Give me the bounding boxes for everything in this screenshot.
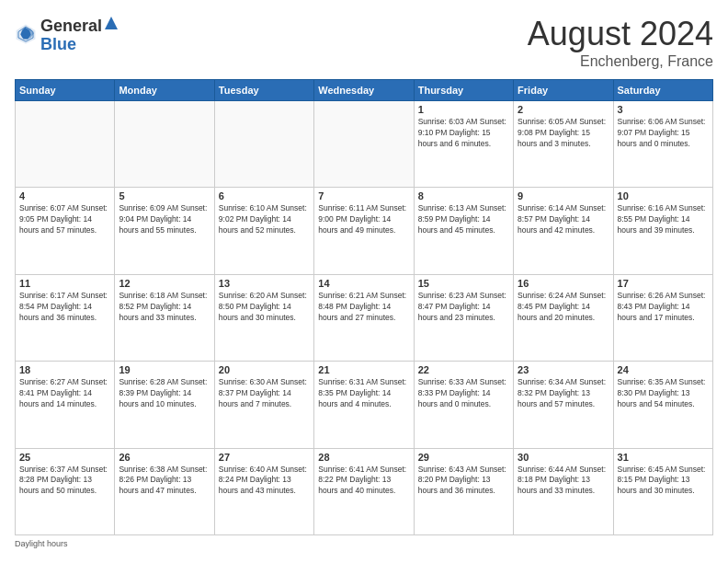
day-number: 31 [618,452,709,463]
weekday-header-sunday: Sunday [16,80,115,101]
calendar-cell: 10Sunrise: 6:16 AM Sunset: 8:55 PM Dayli… [613,188,712,274]
calendar-cell: 21Sunrise: 6:31 AM Sunset: 8:35 PM Dayli… [314,362,414,448]
weekday-header-saturday: Saturday [613,80,712,101]
day-info: Sunrise: 6:45 AM Sunset: 8:15 PM Dayligh… [618,465,709,498]
day-info: Sunrise: 6:30 AM Sunset: 8:37 PM Dayligh… [219,377,310,410]
logo-icon [15,23,37,45]
day-info: Sunrise: 6:43 AM Sunset: 8:20 PM Dayligh… [418,465,509,498]
calendar-cell: 14Sunrise: 6:21 AM Sunset: 8:48 PM Dayli… [314,274,414,361]
calendar-cell [16,101,115,188]
day-info: Sunrise: 6:10 AM Sunset: 9:02 PM Dayligh… [219,203,310,236]
calendar-cell: 13Sunrise: 6:20 AM Sunset: 8:50 PM Dayli… [214,274,313,361]
day-info: Sunrise: 6:44 AM Sunset: 8:18 PM Dayligh… [518,465,609,498]
calendar-cell: 9Sunrise: 6:14 AM Sunset: 8:57 PM Daylig… [514,188,613,274]
day-number: 18 [19,364,110,375]
day-number: 3 [618,104,709,115]
day-number: 21 [318,364,409,375]
weekday-header-friday: Friday [514,80,613,101]
calendar-cell [115,101,214,188]
calendar-cell: 7Sunrise: 6:11 AM Sunset: 9:00 PM Daylig… [314,188,414,274]
day-info: Sunrise: 6:11 AM Sunset: 9:00 PM Dayligh… [318,203,409,236]
day-info: Sunrise: 6:07 AM Sunset: 9:05 PM Dayligh… [19,203,110,236]
day-info: Sunrise: 6:18 AM Sunset: 8:52 PM Dayligh… [119,291,210,324]
day-info: Sunrise: 6:06 AM Sunset: 9:07 PM Dayligh… [618,117,709,150]
calendar-cell: 4Sunrise: 6:07 AM Sunset: 9:05 PM Daylig… [16,188,115,274]
calendar-cell: 26Sunrise: 6:38 AM Sunset: 8:26 PM Dayli… [115,448,214,534]
day-info: Sunrise: 6:35 AM Sunset: 8:30 PM Dayligh… [618,377,709,410]
logo-text-block: General Blue [40,15,120,54]
calendar-cell: 15Sunrise: 6:23 AM Sunset: 8:47 PM Dayli… [414,274,513,361]
calendar-cell: 19Sunrise: 6:28 AM Sunset: 8:39 PM Dayli… [115,362,214,448]
day-number: 14 [318,278,409,289]
day-number: 5 [119,190,210,201]
calendar-cell: 8Sunrise: 6:13 AM Sunset: 8:59 PM Daylig… [414,188,513,274]
calendar-header-row: SundayMondayTuesdayWednesdayThursdayFrid… [16,80,713,101]
day-info: Sunrise: 6:40 AM Sunset: 8:24 PM Dayligh… [219,465,310,498]
svg-marker-3 [105,17,118,29]
day-info: Sunrise: 6:21 AM Sunset: 8:48 PM Dayligh… [318,291,409,324]
day-number: 27 [219,452,310,463]
calendar-cell: 28Sunrise: 6:41 AM Sunset: 8:22 PM Dayli… [314,448,414,534]
calendar-cell: 3Sunrise: 6:06 AM Sunset: 9:07 PM Daylig… [613,101,712,188]
day-number: 20 [219,364,310,375]
logo: General Blue [15,15,120,54]
calendar-cell: 25Sunrise: 6:37 AM Sunset: 8:28 PM Dayli… [16,448,115,534]
calendar-table: SundayMondayTuesdayWednesdayThursdayFrid… [15,79,713,535]
page: General Blue August 2024 Enchenberg, Fra… [0,0,728,563]
day-info: Sunrise: 6:38 AM Sunset: 8:26 PM Dayligh… [119,465,210,498]
day-info: Sunrise: 6:16 AM Sunset: 8:55 PM Dayligh… [618,203,709,236]
weekday-header-thursday: Thursday [414,80,513,101]
location-title: Enchenberg, France [528,53,713,70]
logo-general: General [40,17,102,36]
day-info: Sunrise: 6:05 AM Sunset: 9:08 PM Dayligh… [518,117,609,150]
day-number: 22 [418,364,509,375]
calendar-cell [314,101,414,188]
calendar-week-1: 1Sunrise: 6:03 AM Sunset: 9:10 PM Daylig… [16,101,713,188]
day-number: 2 [518,104,609,115]
logo-blue: Blue [40,35,76,53]
day-number: 19 [119,364,210,375]
calendar-cell: 22Sunrise: 6:33 AM Sunset: 8:33 PM Dayli… [414,362,513,448]
calendar-cell: 24Sunrise: 6:35 AM Sunset: 8:30 PM Dayli… [613,362,712,448]
title-block: August 2024 Enchenberg, France [528,15,713,70]
day-number: 16 [518,278,609,289]
weekday-header-tuesday: Tuesday [214,80,313,101]
day-number: 7 [318,190,409,201]
day-number: 8 [418,190,509,201]
day-info: Sunrise: 6:20 AM Sunset: 8:50 PM Dayligh… [219,291,310,324]
calendar-cell: 29Sunrise: 6:43 AM Sunset: 8:20 PM Dayli… [414,448,513,534]
day-number: 23 [518,364,609,375]
day-number: 9 [518,190,609,201]
day-info: Sunrise: 6:26 AM Sunset: 8:43 PM Dayligh… [618,291,709,324]
calendar-cell: 18Sunrise: 6:27 AM Sunset: 8:41 PM Dayli… [16,362,115,448]
calendar-cell: 30Sunrise: 6:44 AM Sunset: 8:18 PM Dayli… [514,448,613,534]
day-number: 13 [219,278,310,289]
calendar-cell: 1Sunrise: 6:03 AM Sunset: 9:10 PM Daylig… [414,101,513,188]
day-number: 29 [418,452,509,463]
day-info: Sunrise: 6:33 AM Sunset: 8:33 PM Dayligh… [418,377,509,410]
day-info: Sunrise: 6:37 AM Sunset: 8:28 PM Dayligh… [19,465,110,498]
day-info: Sunrise: 6:31 AM Sunset: 8:35 PM Dayligh… [318,377,409,410]
day-number: 30 [518,452,609,463]
month-title: August 2024 [528,15,713,53]
calendar-cell: 27Sunrise: 6:40 AM Sunset: 8:24 PM Dayli… [214,448,313,534]
calendar-week-3: 11Sunrise: 6:17 AM Sunset: 8:54 PM Dayli… [16,274,713,361]
footer-note: Daylight hours [15,539,713,548]
day-info: Sunrise: 6:14 AM Sunset: 8:57 PM Dayligh… [518,203,609,236]
calendar-cell: 20Sunrise: 6:30 AM Sunset: 8:37 PM Dayli… [214,362,313,448]
day-number: 1 [418,104,509,115]
calendar-week-2: 4Sunrise: 6:07 AM Sunset: 9:05 PM Daylig… [16,188,713,274]
calendar-week-4: 18Sunrise: 6:27 AM Sunset: 8:41 PM Dayli… [16,362,713,448]
calendar-cell: 12Sunrise: 6:18 AM Sunset: 8:52 PM Dayli… [115,274,214,361]
calendar-cell [214,101,313,188]
weekday-header-monday: Monday [115,80,214,101]
calendar-cell: 16Sunrise: 6:24 AM Sunset: 8:45 PM Dayli… [514,274,613,361]
day-number: 17 [618,278,709,289]
calendar-week-5: 25Sunrise: 6:37 AM Sunset: 8:28 PM Dayli… [16,448,713,534]
day-info: Sunrise: 6:27 AM Sunset: 8:41 PM Dayligh… [19,377,110,410]
calendar-cell: 6Sunrise: 6:10 AM Sunset: 9:02 PM Daylig… [214,188,313,274]
day-info: Sunrise: 6:24 AM Sunset: 8:45 PM Dayligh… [518,291,609,324]
calendar-cell: 2Sunrise: 6:05 AM Sunset: 9:08 PM Daylig… [514,101,613,188]
day-info: Sunrise: 6:34 AM Sunset: 8:32 PM Dayligh… [518,377,609,410]
day-number: 26 [119,452,210,463]
